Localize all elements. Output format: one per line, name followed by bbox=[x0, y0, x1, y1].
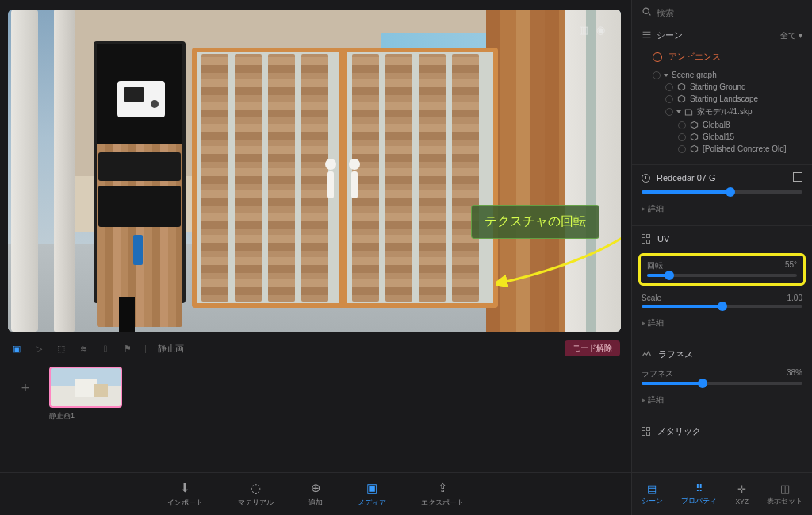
material-detail-toggle[interactable]: 詳細 bbox=[632, 195, 812, 222]
tree-global15[interactable]: Global15 bbox=[638, 131, 809, 143]
tool-pano-icon[interactable]: ⬚ bbox=[56, 343, 67, 354]
uv-scale-value: 1.00 bbox=[787, 294, 802, 302]
tree-house-model[interactable]: 家モデル#1.skp bbox=[638, 105, 809, 119]
material-intensity-slider[interactable] bbox=[642, 190, 802, 194]
rnav-property[interactable]: ⠿ プロパティ bbox=[681, 482, 717, 506]
add-media-button[interactable]: + bbox=[16, 379, 35, 398]
mode-release-button[interactable]: モード解除 bbox=[565, 340, 620, 356]
rnav-xyz[interactable]: ✛ XYZ bbox=[735, 483, 749, 505]
viewport-visibility-icon[interactable]: ◉ bbox=[596, 24, 605, 36]
scene-tab-icon: ▤ bbox=[647, 482, 657, 494]
nav-import[interactable]: ⬇ インポート bbox=[167, 481, 203, 508]
search-input[interactable] bbox=[657, 8, 802, 17]
metallic-section-head: メタリック bbox=[632, 417, 812, 442]
clock-icon bbox=[642, 174, 650, 183]
roughness-icon bbox=[642, 348, 652, 360]
nav-export[interactable]: ⇪ エクスポート bbox=[421, 481, 464, 508]
bottom-nav: ⬇ インポート ◌ マテリアル ⊕ 追加 ▣ メディア ⇪ エクスポート bbox=[0, 472, 631, 515]
nav-media[interactable]: ▣ メディア bbox=[358, 481, 386, 508]
import-icon: ⬇ bbox=[180, 481, 190, 495]
tree-scene-graph[interactable]: Scene graph bbox=[638, 69, 809, 81]
material-icon: ◌ bbox=[251, 481, 261, 495]
scene-list-icon bbox=[642, 29, 652, 41]
right-bottom-nav: ▤ シーン ⠿ プロパティ ✛ XYZ ◫ 表示セット bbox=[632, 472, 812, 515]
roughness-value: 38% bbox=[787, 368, 802, 379]
viewport-3d[interactable]: ▥ ◉ テクスチャの回転 bbox=[8, 10, 621, 332]
annotation-label: テクスチャの回転 bbox=[471, 205, 599, 239]
display-set-tab-icon: ◫ bbox=[780, 482, 790, 494]
viewport-grid-icon[interactable]: ▥ bbox=[579, 24, 588, 36]
copy-icon[interactable] bbox=[795, 174, 802, 182]
tool-walk-icon[interactable]: 𖨆 bbox=[100, 343, 111, 354]
tool-flag-icon[interactable]: ⚑ bbox=[122, 343, 133, 354]
ambience-row[interactable]: アンビエンス bbox=[632, 46, 812, 67]
roughness-detail-toggle[interactable]: 詳細 bbox=[632, 386, 812, 413]
uv-icon bbox=[642, 234, 651, 244]
scene-tree: Scene graph Starting Ground Starting Lan… bbox=[632, 67, 812, 161]
uv-detail-toggle[interactable]: 詳細 bbox=[632, 309, 812, 336]
tool-play-icon[interactable]: ▷ bbox=[33, 343, 44, 354]
uv-rotation-highlight: 回転 55° bbox=[638, 253, 806, 286]
rnav-scene[interactable]: ▤ シーン bbox=[642, 482, 663, 506]
xyz-tab-icon: ✛ bbox=[737, 483, 746, 495]
viewport-toolbar: ▣ ▷ ⬚ ≋ 𖨆 ⚑ | 静止画 モード解除 bbox=[0, 336, 631, 360]
nav-material[interactable]: ◌ マテリアル bbox=[238, 481, 274, 508]
tree-starting-ground[interactable]: Starting Ground bbox=[638, 81, 809, 93]
roughness-section-head: ラフネス bbox=[632, 340, 812, 365]
metallic-icon bbox=[642, 427, 651, 436]
scene-filter-all[interactable]: 全て ▾ bbox=[780, 30, 802, 41]
media-thumbnail[interactable] bbox=[49, 367, 122, 408]
ambience-icon bbox=[653, 52, 662, 62]
nav-add[interactable]: ⊕ 追加 bbox=[308, 481, 323, 508]
uv-rotation-label: 回転 bbox=[647, 260, 663, 271]
tree-global8[interactable]: Global8 bbox=[638, 119, 809, 131]
uv-rotation-slider[interactable] bbox=[647, 274, 797, 277]
tool-stack-icon[interactable]: ≋ bbox=[78, 343, 89, 354]
viewport-mode-label: 静止画 bbox=[158, 343, 184, 355]
uv-rotation-value: 55° bbox=[785, 260, 797, 271]
uv-section-head: UV bbox=[632, 225, 812, 248]
tree-polished-concrete[interactable]: [Polished Concrete Old] bbox=[638, 143, 809, 155]
material-section-head: Redcedar 07 G bbox=[632, 164, 812, 187]
scene-header-label: シーン bbox=[657, 29, 683, 41]
media-tray: + 静止画1 bbox=[0, 360, 631, 428]
media-thumbnail-label: 静止画1 bbox=[49, 411, 122, 421]
rnav-display-set[interactable]: ◫ 表示セット bbox=[767, 482, 802, 506]
tool-image-icon[interactable]: ▣ bbox=[11, 343, 22, 354]
media-icon: ▣ bbox=[366, 481, 377, 495]
export-icon: ⇪ bbox=[438, 481, 448, 495]
svg-point-0 bbox=[643, 8, 649, 13]
roughness-label: ラフネス bbox=[642, 368, 673, 379]
search-icon bbox=[642, 6, 652, 18]
tree-starting-landscape[interactable]: Starting Landscape bbox=[638, 93, 809, 105]
add-icon: ⊕ bbox=[311, 481, 321, 495]
uv-scale-label: Scale bbox=[642, 294, 661, 302]
roughness-slider[interactable] bbox=[642, 382, 802, 385]
uv-scale-slider[interactable] bbox=[642, 305, 802, 308]
property-tab-icon: ⠿ bbox=[695, 482, 703, 494]
